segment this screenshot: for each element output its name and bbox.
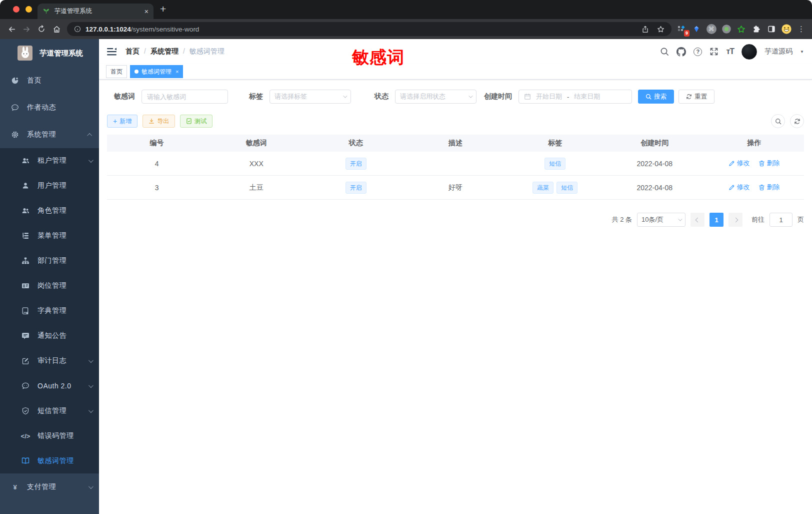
home-icon[interactable] <box>49 22 64 37</box>
export-button[interactable]: 导出 <box>142 115 175 128</box>
fullscreen-icon[interactable] <box>710 47 718 56</box>
help-icon[interactable]: ? <box>694 48 702 56</box>
github-icon[interactable] <box>676 47 686 57</box>
sidebar-item-菜单管理[interactable]: 菜单管理 <box>0 223 99 248</box>
window-close-button[interactable] <box>13 6 20 13</box>
sidebar-toggle-icon[interactable] <box>764 22 778 36</box>
prev-page-button[interactable] <box>690 213 704 227</box>
next-page-button[interactable] <box>728 213 742 227</box>
tag-select[interactable]: 请选择标签 <box>270 90 351 104</box>
back-icon[interactable] <box>4 22 19 37</box>
app-logo[interactable]: 芋道管理系统 <box>0 39 99 67</box>
username[interactable]: 芋道源码 <box>764 47 792 56</box>
sidebar-item-通知公告[interactable]: 通知公告 <box>0 323 99 348</box>
sidebar-item-部门管理[interactable]: 部门管理 <box>0 248 99 273</box>
page-size-select[interactable]: 10条/页 <box>637 213 686 227</box>
goto-page-input[interactable] <box>770 213 792 227</box>
search-button[interactable]: 搜索 <box>638 90 674 104</box>
announce-icon <box>21 332 30 340</box>
breadcrumb-home[interactable]: 首页 <box>126 47 140 56</box>
sidebar-item-错误码管理[interactable]: </>错误码管理 <box>0 423 99 448</box>
extension-dot-icon[interactable] <box>720 22 733 36</box>
caret-down-icon[interactable]: ▼ <box>800 50 804 54</box>
add-button[interactable]: + 新增 <box>107 115 138 128</box>
date-range-picker[interactable]: 开始日期 - 结束日期 <box>518 90 632 104</box>
row-tag: 短信 <box>556 182 578 194</box>
profile-emoji-icon[interactable] <box>780 22 793 36</box>
chevron-down-icon <box>88 158 94 163</box>
extension-command-icon[interactable]: ⌘ <box>704 22 718 36</box>
delete-button[interactable]: 删除 <box>758 159 780 168</box>
site-info-icon[interactable] <box>74 26 81 33</box>
sensitive-word-icon <box>21 457 30 465</box>
delete-button[interactable]: 删除 <box>758 183 780 192</box>
end-date-placeholder: 结束日期 <box>574 92 600 101</box>
sidebar-item-审计日志[interactable]: 审计日志 <box>0 348 99 373</box>
chevron-down-icon <box>88 358 94 363</box>
reload-icon[interactable] <box>34 22 49 37</box>
sidebar-item-OAuth 2.0[interactable]: OAuth 2.0 <box>0 373 99 398</box>
sidebar-item-敏感词管理[interactable]: 敏感词管理 <box>0 448 99 473</box>
sidebar-item-首页[interactable]: 首页 <box>0 67 99 94</box>
sidebar-item-短信管理[interactable]: 短信管理 <box>0 398 99 423</box>
sidebar-item-角色管理[interactable]: 角色管理 <box>0 198 99 223</box>
menu-tree-icon <box>21 232 30 240</box>
post-badge-icon <box>21 282 30 290</box>
sitemap-icon <box>21 257 30 265</box>
status-select[interactable]: 请选择启用状态 <box>395 90 476 104</box>
sidebar-item-字典管理[interactable]: 字典管理 <box>0 298 99 323</box>
sidebar-item-岗位管理[interactable]: 岗位管理 <box>0 273 99 298</box>
forward-icon[interactable] <box>19 22 34 37</box>
bookmark-star-icon[interactable] <box>657 26 664 33</box>
browser-menu-icon[interactable]: ⋮ <box>794 22 808 36</box>
search-icon[interactable] <box>660 47 669 56</box>
sensitive-word-table: 编号 敏感词 状态 描述 标签 创建时间 操作 4XXX开启短信2022-04-… <box>107 135 804 200</box>
chevron-down-icon <box>468 94 472 98</box>
plus-icon: + <box>113 118 117 125</box>
reset-button[interactable]: 重置 <box>678 90 714 104</box>
breadcrumb-system[interactable]: 系统管理 <box>150 47 178 56</box>
sidebar-item-label: 错误码管理 <box>38 431 92 440</box>
browser-tab[interactable]: 芋道管理系统 × <box>38 4 154 19</box>
refresh-table-button[interactable] <box>790 114 804 128</box>
sidebar-item-作者动态[interactable]: 作者动态 <box>0 94 99 121</box>
tab-close-icon[interactable]: × <box>144 8 148 15</box>
toggle-search-button[interactable] <box>771 114 785 128</box>
tab-close-icon[interactable]: × <box>176 69 178 75</box>
extension-star-icon[interactable] <box>734 22 748 36</box>
tag-view-敏感词管理[interactable]: 敏感词管理× <box>130 65 183 78</box>
column-header: 描述 <box>406 139 505 148</box>
fontsize-icon[interactable]: тT <box>726 47 734 56</box>
extension-grid-icon[interactable]: 9 <box>674 22 688 36</box>
column-header: 状态 <box>306 139 406 148</box>
sidebar-item-用户管理[interactable]: 用户管理 <box>0 173 99 198</box>
chevron-left-icon <box>695 217 700 222</box>
extensions-puzzle-icon[interactable] <box>750 22 763 36</box>
table-row: 4XXX开启短信2022-04-08修改删除 <box>107 152 804 176</box>
edit-button[interactable]: 修改 <box>728 159 750 168</box>
create-time-label: 创建时间 <box>484 92 512 101</box>
url-bar[interactable]: 127.0.0.1:1024/system/sensitive-word <box>67 22 672 36</box>
sidebar-item-系统管理[interactable]: 系统管理 <box>0 121 99 148</box>
test-button[interactable]: 测试 <box>180 115 212 128</box>
extension-funnel-icon[interactable] <box>690 22 703 36</box>
refresh-icon <box>686 94 692 100</box>
status-tag: 开启 <box>346 158 366 170</box>
share-icon[interactable] <box>642 26 649 33</box>
sidebar-item-支付管理[interactable]: ¥支付管理 <box>0 473 99 500</box>
tag-view-首页[interactable]: 首页 <box>106 65 127 78</box>
new-tab-button[interactable]: + <box>160 3 166 15</box>
column-header: 创建时间 <box>605 139 704 148</box>
table-cell: 2022-04-08 <box>605 184 704 192</box>
window-minimize-button[interactable] <box>26 6 32 13</box>
keyword-input[interactable] <box>142 90 228 104</box>
table-cell: 4 <box>107 160 206 168</box>
hamburger-icon[interactable] <box>107 48 116 56</box>
sidebar-item-租户管理[interactable]: 租户管理 <box>0 148 99 173</box>
column-header: 操作 <box>704 139 804 148</box>
current-page[interactable]: 1 <box>710 213 724 227</box>
sidebar-section: 租户管理用户管理角色管理菜单管理部门管理岗位管理字典管理通知公告审计日志OAut… <box>0 148 99 473</box>
user-avatar[interactable] <box>742 44 757 60</box>
author-chat-icon <box>10 104 20 112</box>
edit-button[interactable]: 修改 <box>728 183 750 192</box>
